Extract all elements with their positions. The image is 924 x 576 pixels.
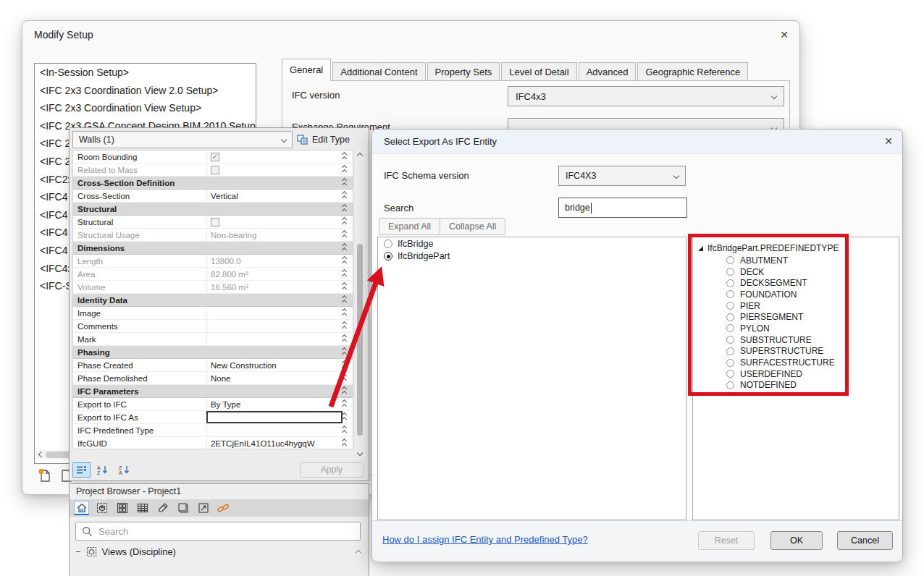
browser-toolbar — [70, 499, 369, 517]
collapse-group-icon[interactable] — [343, 413, 346, 421]
property-value[interactable]: Non-bearing — [206, 229, 343, 241]
collapse-group-icon[interactable] — [343, 426, 346, 434]
revit-links-icon[interactable] — [196, 501, 211, 515]
property-row[interactable]: Structural — [73, 216, 353, 229]
property-value[interactable] — [206, 216, 343, 228]
schema-version-dropdown[interactable]: IFC4X3 — [558, 166, 686, 186]
checkbox[interactable] — [211, 153, 219, 161]
property-value[interactable] — [206, 424, 343, 436]
property-row[interactable]: Phasing — [73, 346, 353, 359]
close-icon[interactable]: ✕ — [778, 29, 791, 42]
collapse-group-icon[interactable] — [343, 179, 346, 187]
property-label: Cross-Section — [73, 192, 206, 200]
tab[interactable]: General — [282, 59, 331, 81]
scroll-left-icon[interactable] — [38, 452, 44, 457]
collapse-group-icon[interactable] — [343, 192, 346, 200]
property-row[interactable]: IfcGUID 2ETCjEnIL41O11uc4hygqW — [73, 437, 353, 449]
close-icon[interactable]: ✕ — [882, 135, 895, 148]
property-row[interactable]: Phase Demolished None — [73, 372, 353, 385]
property-row[interactable]: IFC Predefined Type — [73, 424, 353, 437]
setup-list-item[interactable]: <In-Session Setup> — [35, 64, 256, 82]
checkbox[interactable] — [211, 218, 219, 226]
tab[interactable]: Geographic Reference — [637, 62, 748, 81]
property-row[interactable]: Cross-Section Vertical — [73, 190, 353, 203]
type-selector-dropdown[interactable]: Walls (1) — [72, 131, 293, 148]
properties-filter-button[interactable] — [72, 462, 91, 478]
sheets-icon[interactable] — [114, 501, 130, 515]
property-value[interactable]: Vertical — [206, 190, 343, 202]
property-value[interactable] — [206, 151, 343, 163]
chevron-down-icon — [281, 137, 287, 143]
setup-list-item[interactable]: <IFC 2x3 Coordination View Setup> — [35, 99, 256, 117]
scrollbar-thumb[interactable] — [46, 452, 72, 458]
checkbox[interactable] — [211, 166, 219, 174]
collapse-group-icon[interactable] — [343, 205, 346, 213]
collapse-all-button[interactable]: Collapse All — [440, 218, 505, 235]
collapse-group-icon[interactable] — [343, 244, 346, 252]
scroll-up-icon[interactable] — [356, 550, 361, 556]
home-icon[interactable] — [74, 501, 89, 515]
help-link[interactable]: How do I assign IFC Entity and Predefine… — [382, 534, 588, 545]
collapse-group-icon[interactable] — [343, 231, 346, 239]
collapse-minus-icon[interactable]: − — [75, 546, 81, 557]
property-row[interactable]: Structural — [73, 203, 353, 216]
property-row[interactable]: Cross-Section Definition — [73, 177, 353, 190]
reset-button[interactable]: Reset — [698, 531, 755, 550]
sort-descending-button[interactable]: ZA — [116, 462, 134, 478]
property-label: IFC Predefined Type — [73, 426, 206, 435]
property-row[interactable]: Dimensions — [73, 242, 353, 255]
tab[interactable]: Property Sets — [427, 62, 500, 81]
scroll-up-icon[interactable] — [357, 153, 363, 158]
ifc-version-dropdown[interactable]: IFC4x3 — [508, 86, 784, 106]
setup-list-item[interactable]: <IFC 2x3 Coordination View 2.0 Setup> — [35, 82, 256, 100]
ok-button[interactable]: OK — [770, 531, 823, 550]
property-row[interactable]: Comments — [73, 320, 353, 333]
red-arrow — [319, 255, 398, 414]
property-grid: Room Bounding Related to Mass — [72, 150, 353, 449]
tab[interactable]: Level of Detail — [501, 62, 576, 81]
property-row[interactable]: Room Bounding — [73, 151, 353, 164]
collapse-group-icon[interactable] — [343, 166, 346, 174]
property-row[interactable]: Export to IFC As — [73, 411, 353, 424]
schedules-icon[interactable] — [135, 501, 150, 515]
property-row[interactable]: Image — [73, 307, 353, 320]
property-row[interactable]: Length 13800.0 — [73, 255, 353, 268]
property-row[interactable]: Volume 16.560 m³ — [73, 281, 353, 294]
tab[interactable]: Advanced — [579, 62, 637, 81]
expand-all-button[interactable]: Expand All — [379, 218, 440, 235]
collapse-group-icon[interactable] — [343, 218, 346, 226]
entity-search-input[interactable]: bridge — [558, 198, 687, 218]
property-label: Volume — [73, 283, 206, 292]
property-row[interactable]: Export to IFC By Type — [73, 398, 353, 411]
property-row[interactable]: Phase Created New Construction — [73, 359, 353, 372]
radio-button[interactable] — [384, 240, 392, 248]
property-label: Length — [73, 257, 206, 266]
scroll-down-icon[interactable] — [357, 450, 363, 456]
new-setup-button[interactable] — [37, 467, 53, 486]
tree-item-views[interactable]: − Views (Discipline) — [75, 546, 176, 557]
property-value[interactable]: 2ETCjEnIL41O11uc4hygqW — [206, 437, 343, 449]
groups-icon[interactable] — [175, 501, 190, 515]
families-icon[interactable] — [155, 501, 170, 515]
property-row[interactable]: Area 82.800 m² — [73, 268, 353, 281]
red-highlight-box — [688, 234, 849, 396]
property-row[interactable]: Identity Data — [73, 294, 353, 307]
browser-search-input[interactable]: Search — [75, 522, 361, 541]
property-value[interactable] — [206, 164, 343, 176]
entity-option[interactable]: IfcBridgePart — [384, 250, 686, 262]
collapse-group-icon[interactable] — [343, 439, 346, 447]
collapse-group-icon[interactable] — [343, 153, 346, 161]
entity-option[interactable]: IfcBridge — [384, 238, 686, 250]
property-row[interactable]: Structural Usage Non-bearing — [73, 229, 353, 242]
tab[interactable]: Additional Content — [332, 62, 425, 81]
apply-button[interactable]: Apply — [300, 462, 364, 478]
edit-type-button[interactable]: Edit Type — [297, 131, 350, 148]
property-row[interactable]: IFC Parameters — [73, 385, 353, 398]
views-icon[interactable] — [94, 501, 109, 515]
property-label: Export to IFC — [73, 400, 206, 409]
cancel-button[interactable]: Cancel — [837, 531, 893, 550]
property-row[interactable]: Mark — [73, 333, 353, 346]
external-link-icon[interactable] — [216, 501, 231, 515]
sort-ascending-button[interactable]: AZ — [94, 462, 112, 478]
property-row[interactable]: Related to Mass — [73, 164, 353, 177]
